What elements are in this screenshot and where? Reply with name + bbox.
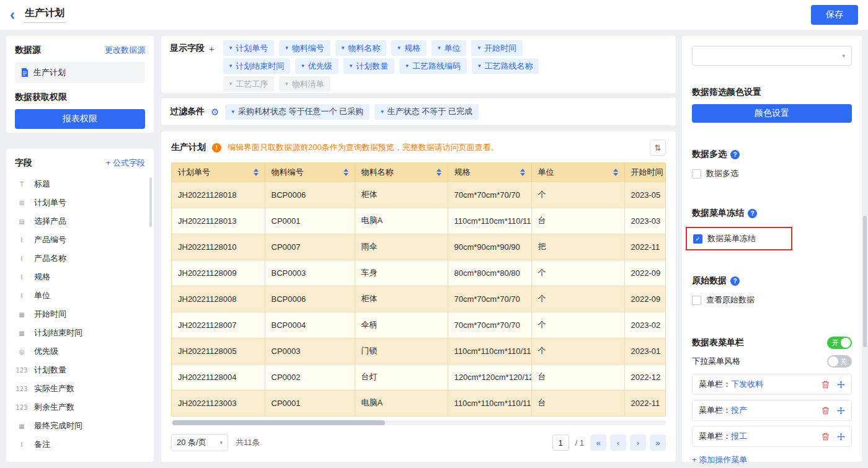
multi-select-checkbox[interactable]: 数据多选 bbox=[692, 168, 852, 179]
sort-arrows-icon[interactable] bbox=[436, 169, 441, 176]
delete-icon[interactable] bbox=[822, 433, 830, 441]
column-header[interactable]: 规格 bbox=[448, 163, 531, 182]
field-list-item[interactable]: I 产品编号 bbox=[15, 231, 145, 249]
move-icon[interactable] bbox=[837, 407, 845, 415]
delete-icon[interactable] bbox=[822, 407, 830, 415]
field-list-item[interactable]: ▦ 计划结束时间 bbox=[15, 324, 145, 342]
field-list-item[interactable]: 123 实际生产数 bbox=[15, 379, 145, 398]
report-permission-button[interactable]: 报表权限 bbox=[15, 109, 145, 129]
menu-bar-list: 菜单栏： 下发收料 菜单栏： 投产 bbox=[692, 374, 852, 447]
column-header[interactable]: 计划单号 bbox=[172, 163, 265, 182]
display-field-chip-disabled[interactable]: ▾ 工艺工序 bbox=[223, 76, 275, 92]
back-icon[interactable]: ‹ bbox=[10, 7, 15, 22]
table-row[interactable]: JH20221123003 CP0001 电脑A 110cm*110cm*110… bbox=[172, 390, 666, 416]
menubar-toggle-on[interactable]: 开 bbox=[827, 337, 852, 349]
field-list-item[interactable]: ⊞ 计划单号 bbox=[15, 193, 145, 212]
sort-arrows-icon[interactable] bbox=[254, 169, 259, 176]
sort-button[interactable]: ⇅ bbox=[650, 139, 666, 156]
field-list-item[interactable]: 123 剩余生产数 bbox=[15, 398, 145, 417]
field-list-item[interactable]: 123 计划数量 bbox=[15, 361, 145, 379]
help-icon[interactable]: ? bbox=[730, 150, 740, 159]
datasource-item[interactable]: 生产计划 bbox=[15, 62, 145, 83]
delete-icon[interactable] bbox=[822, 381, 830, 389]
table-row[interactable]: JH20221128010 CP0007 雨伞 90cm*90cm*90/90 … bbox=[172, 234, 666, 260]
menu-item-link[interactable]: 下发收料 bbox=[731, 379, 763, 390]
add-display-field-icon[interactable]: + bbox=[209, 43, 215, 54]
freeze-menu-checkbox[interactable]: ✓ 数据菜单冻结 bbox=[693, 233, 785, 244]
fields-scrollbar[interactable] bbox=[149, 177, 152, 227]
sort-arrows-icon[interactable] bbox=[520, 169, 525, 176]
table-row[interactable]: JH20221128009 BCP0003 车身 80cm*80cm*80/80… bbox=[172, 260, 666, 286]
filter-condition-chip[interactable]: ▾ 生产状态 不等于 已完成 bbox=[374, 104, 479, 120]
menu-item-link[interactable]: 报工 bbox=[731, 431, 747, 442]
field-list-item[interactable]: I 单位 bbox=[15, 286, 145, 305]
save-button[interactable]: 保存 bbox=[811, 5, 858, 25]
table-row[interactable]: JH20221128005 CP0003 门锁 110cm*110cm*110/… bbox=[172, 338, 666, 364]
filter-condition-chip[interactable]: ▾ 采购耗材状态 等于任意一个 已采购 bbox=[225, 104, 370, 120]
next-page-button[interactable]: › bbox=[630, 435, 646, 451]
cell-start-time: 2023-05 bbox=[624, 182, 666, 208]
column-header[interactable]: 物料名称 bbox=[355, 163, 448, 182]
last-page-button[interactable]: » bbox=[650, 435, 666, 451]
style-select[interactable]: ▾ bbox=[692, 46, 852, 66]
help-icon[interactable]: ? bbox=[748, 209, 757, 218]
column-header[interactable]: 开始时间 bbox=[624, 163, 666, 182]
display-field-chip[interactable]: ▾ 优先级 bbox=[295, 58, 339, 74]
field-list-item[interactable]: ▤ 选择产品 bbox=[15, 212, 145, 231]
field-list-item[interactable]: I 备注 bbox=[15, 435, 145, 454]
help-icon[interactable]: ? bbox=[730, 276, 740, 286]
table-row[interactable]: JH20221128008 BCP0006 柜体 70cm*70cm*70/70… bbox=[172, 286, 666, 312]
color-settings-button[interactable]: 颜色设置 bbox=[692, 104, 852, 123]
field-list-item[interactable]: ▦ 开始时间 bbox=[15, 305, 145, 324]
raw-data-checkbox[interactable]: 查看原始数据 bbox=[692, 294, 852, 306]
display-field-chip[interactable]: ▾ 计划单号 bbox=[223, 40, 275, 56]
field-list-item[interactable]: I 规格 bbox=[15, 268, 145, 286]
window-scrollbar-thumb[interactable] bbox=[863, 216, 867, 347]
table-row[interactable]: JH20221128013 CP0001 电脑A 110cm*110cm*110… bbox=[172, 208, 666, 234]
page-number-input[interactable]: 1 bbox=[552, 435, 569, 451]
gear-icon[interactable]: ⚙ bbox=[211, 107, 219, 117]
add-action-menu-link[interactable]: + 添加操作菜单 bbox=[692, 454, 747, 466]
display-field-chip[interactable]: ▾ 规格 bbox=[391, 40, 427, 56]
field-list-item[interactable]: ◎ 优先级 bbox=[15, 342, 145, 361]
table-row[interactable]: JH20221128007 BCP0004 伞柄 70cm*70cm*70/70… bbox=[172, 312, 666, 338]
field-list-item[interactable]: T 标题 bbox=[15, 175, 145, 193]
display-field-chip-disabled[interactable]: ▾ 物料清单 bbox=[279, 76, 330, 92]
prev-page-button[interactable]: ‹ bbox=[610, 435, 626, 451]
horizontal-scrollbar-thumb[interactable] bbox=[172, 420, 385, 425]
field-list-item[interactable]: I 产品名称 bbox=[15, 249, 145, 268]
field-list-item[interactable]: ▦ 最终完成时间 bbox=[15, 417, 145, 435]
cell-start-time: 2023-03 bbox=[624, 208, 666, 234]
first-page-button[interactable]: « bbox=[590, 435, 606, 451]
checkbox-unchecked[interactable] bbox=[692, 296, 701, 305]
sort-arrows-icon[interactable] bbox=[343, 169, 348, 176]
chevron-down-icon: ▾ bbox=[229, 81, 232, 87]
toggle-on-label: 开 bbox=[832, 338, 839, 348]
display-field-chip[interactable]: ▾ 计划数量 bbox=[343, 58, 395, 74]
checkbox-checked[interactable]: ✓ bbox=[693, 234, 702, 244]
dropdown-style-toggle-off[interactable]: 关 bbox=[827, 355, 852, 368]
table-row[interactable]: JH20221128004 CP0002 台灯 120cm*120cm*120/… bbox=[172, 364, 666, 390]
change-datasource-link[interactable]: 更改数据源 bbox=[105, 45, 145, 56]
display-field-chip[interactable]: ▾ 计划结束时间 bbox=[223, 58, 291, 74]
fields-title: 字段 bbox=[15, 157, 32, 169]
annotation-red-box: ✓ 数据菜单冻结 bbox=[686, 227, 792, 250]
column-header[interactable]: 物料编号 bbox=[265, 163, 355, 182]
display-field-chip[interactable]: ▾ 工艺路线名称 bbox=[472, 58, 539, 74]
table-row[interactable]: JH20221128018 BCP0006 柜体 70cm*70cm*70/70… bbox=[172, 182, 666, 208]
display-field-chip[interactable]: ▾ 物料名称 bbox=[335, 40, 387, 56]
column-header[interactable]: 单位 bbox=[531, 163, 624, 182]
sort-arrows-icon[interactable] bbox=[613, 169, 618, 176]
display-field-chip[interactable]: ▾ 开始时间 bbox=[471, 40, 523, 56]
checkbox-unchecked[interactable] bbox=[692, 169, 701, 179]
display-field-chip[interactable]: ▾ 单位 bbox=[432, 40, 467, 56]
display-field-chip[interactable]: ▾ 物料编号 bbox=[279, 40, 330, 56]
formula-field-link[interactable]: + 公式字段 bbox=[106, 157, 145, 169]
page-size-select[interactable]: 20 条/页 ▾ bbox=[171, 434, 228, 451]
chip-label: 工艺路线编码 bbox=[412, 61, 461, 72]
move-icon[interactable] bbox=[837, 433, 845, 441]
menu-item-link[interactable]: 投产 bbox=[731, 405, 747, 416]
move-icon[interactable] bbox=[837, 381, 845, 389]
display-field-chip[interactable]: ▾ 工艺路线编码 bbox=[399, 58, 467, 74]
cell-unit: 个 bbox=[531, 286, 624, 312]
